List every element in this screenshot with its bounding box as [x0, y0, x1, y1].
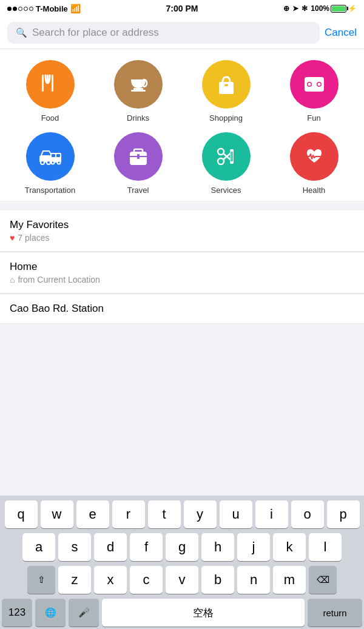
- key-y[interactable]: y: [184, 500, 217, 528]
- key-w[interactable]: w: [41, 500, 73, 528]
- list-section: My Favorites ♥ 7 places Home ⌂ from Curr…: [0, 210, 364, 324]
- shopping-icon: [213, 71, 240, 98]
- svg-rect-0: [42, 75, 44, 92]
- category-services[interactable]: Services: [182, 132, 270, 195]
- search-placeholder: Search for place or address: [32, 27, 159, 39]
- category-food[interactable]: Food: [6, 60, 94, 123]
- category-drinks[interactable]: Drinks: [94, 60, 182, 123]
- svg-rect-24: [137, 154, 140, 159]
- key-i[interactable]: i: [255, 500, 288, 528]
- home-subtitle-text: from Current Location: [18, 275, 99, 284]
- svg-rect-10: [312, 83, 317, 86]
- food-label: Food: [41, 113, 59, 123]
- travel-circle: [114, 132, 163, 181]
- mic-key[interactable]: 🎤: [69, 599, 99, 627]
- category-shopping[interactable]: Shopping: [182, 60, 270, 123]
- signal-dots: [7, 7, 33, 11]
- drinks-circle: [114, 60, 163, 109]
- dot3: [18, 7, 22, 11]
- key-s[interactable]: s: [58, 533, 91, 561]
- kb-row-2: a s d f g h j k l: [2, 533, 362, 561]
- key-t[interactable]: t: [148, 500, 181, 528]
- my-favorites-subtitle: ♥ 7 places: [10, 233, 354, 243]
- svg-rect-22: [134, 149, 143, 153]
- dot2: [13, 7, 17, 11]
- key-d[interactable]: d: [94, 533, 127, 561]
- key-u[interactable]: u: [220, 500, 252, 528]
- key-l[interactable]: l: [309, 533, 342, 561]
- keyboard: q w e r t y u i o p a s d f g h j k l ⇧ …: [0, 496, 364, 629]
- shift-key[interactable]: ⇧: [27, 566, 55, 594]
- svg-point-19: [51, 161, 54, 164]
- battery: 100% ⚡: [311, 4, 357, 13]
- key-a[interactable]: a: [22, 533, 55, 561]
- key-h[interactable]: h: [201, 533, 234, 561]
- search-input-wrapper[interactable]: 🔍 Search for place or address: [7, 22, 320, 44]
- my-favorites-title: My Favorites: [10, 219, 354, 231]
- key-z[interactable]: z: [58, 566, 91, 594]
- key-j[interactable]: j: [237, 533, 270, 561]
- category-travel[interactable]: Travel: [94, 132, 182, 195]
- drinks-icon: [125, 71, 152, 98]
- separator-gap: [0, 201, 364, 206]
- key-n[interactable]: n: [237, 566, 270, 594]
- kb-bottom-row: 123 🌐 🎤 空格 return: [2, 599, 362, 627]
- food-icon: [37, 71, 64, 98]
- travel-label: Travel: [127, 186, 149, 195]
- svg-rect-5: [219, 82, 234, 94]
- svg-point-26: [218, 158, 224, 164]
- svg-point-25: [218, 149, 224, 155]
- key-p[interactable]: p: [327, 500, 360, 528]
- key-c[interactable]: c: [130, 566, 163, 594]
- partial-title: Cao Bao Rd. Station: [10, 303, 354, 315]
- key-o[interactable]: o: [291, 500, 324, 528]
- status-left: T-Mobile 📶: [7, 4, 81, 13]
- search-bar: 🔍 Search for place or address Cancel: [0, 17, 364, 49]
- wifi-icon: 📶: [70, 4, 81, 13]
- services-circle: [202, 132, 251, 181]
- kb-row-1: q w e r t y u i o p: [2, 500, 362, 528]
- status-bar: T-Mobile 📶 7:00 PM ⊕ ➤ ✻ 100% ⚡: [0, 0, 364, 17]
- svg-point-12: [317, 83, 320, 86]
- key-v[interactable]: v: [166, 566, 198, 594]
- key-b[interactable]: b: [201, 566, 234, 594]
- svg-rect-29: [230, 149, 234, 164]
- key-x[interactable]: x: [94, 566, 127, 594]
- location-icon: ⊕: [283, 4, 289, 13]
- delete-key[interactable]: ⌫: [309, 566, 337, 594]
- category-health[interactable]: Health: [270, 132, 358, 195]
- fun-icon: [301, 71, 328, 98]
- svg-rect-3: [133, 88, 143, 90]
- home-item[interactable]: Home ⌂ from Current Location: [0, 252, 364, 294]
- svg-rect-2: [52, 75, 53, 92]
- shopping-circle: [202, 60, 251, 109]
- svg-point-14: [41, 161, 44, 164]
- category-grid-container: Food Drinks Sho: [0, 49, 364, 201]
- key-f[interactable]: f: [130, 533, 163, 561]
- cancel-button[interactable]: Cancel: [325, 27, 357, 39]
- battery-icon: [331, 5, 346, 13]
- key-g[interactable]: g: [166, 533, 198, 561]
- health-circle: [290, 132, 339, 181]
- num-key[interactable]: 123: [2, 599, 32, 627]
- category-grid: Food Drinks Sho: [6, 60, 358, 195]
- category-fun[interactable]: Fun: [270, 60, 358, 123]
- key-r[interactable]: r: [112, 500, 145, 528]
- status-right: ⊕ ➤ ✻ 100% ⚡: [283, 4, 357, 13]
- fun-label: Fun: [307, 113, 320, 123]
- carrier-label: T-Mobile: [36, 4, 68, 13]
- key-q[interactable]: q: [5, 500, 38, 528]
- category-transportation[interactable]: Transportation: [6, 132, 94, 195]
- food-circle: [26, 60, 75, 109]
- dot5: [29, 7, 33, 11]
- return-key[interactable]: return: [308, 599, 362, 627]
- space-key[interactable]: 空格: [102, 599, 305, 627]
- transport-icon: [37, 143, 64, 170]
- key-k[interactable]: k: [273, 533, 306, 561]
- my-favorites-item[interactable]: My Favorites ♥ 7 places: [0, 210, 364, 252]
- key-m[interactable]: m: [273, 566, 306, 594]
- arrow-icon: ➤: [292, 4, 298, 13]
- key-e[interactable]: e: [76, 500, 109, 528]
- globe-key[interactable]: 🌐: [35, 599, 66, 627]
- partial-item[interactable]: Cao Bao Rd. Station: [0, 294, 364, 324]
